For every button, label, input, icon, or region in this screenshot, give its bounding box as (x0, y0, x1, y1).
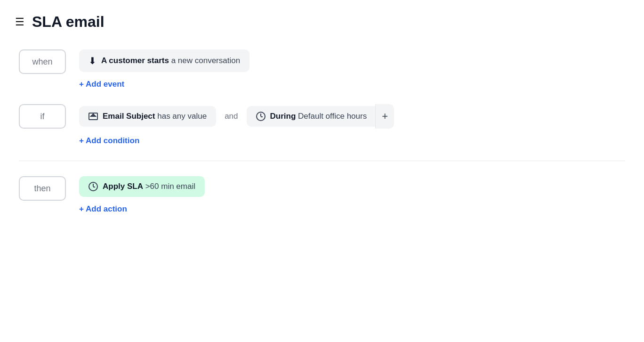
then-rule-pair: then Apply SLA >60 min email + Add actio… (19, 176, 625, 214)
then-section: then Apply SLA >60 min email + Add actio… (19, 176, 625, 214)
menu-icon[interactable]: ☰ (15, 17, 24, 27)
when-section: when ⬇ A customer starts a new conversat… (19, 49, 625, 89)
when-label: when (19, 49, 66, 74)
then-condition-row: Apply SLA >60 min email (79, 176, 625, 197)
condition-2-chip[interactable]: During Default office hours (247, 106, 377, 127)
event-chip[interactable]: ⬇ A customer starts a new conversation (79, 49, 250, 72)
content: when ⬇ A customer starts a new conversat… (0, 40, 644, 236)
condition-2-bold: During (270, 112, 296, 121)
condition-2-text: During Default office hours (270, 112, 367, 121)
add-action-link[interactable]: + Add action (79, 204, 625, 214)
add-event-link[interactable]: + Add event (79, 80, 625, 89)
when-condition-row: ⬇ A customer starts a new conversation (79, 49, 625, 72)
action-chip-bold: Apply SLA (103, 182, 143, 191)
page-title: SLA email (32, 13, 105, 31)
clock-icon-action (89, 182, 98, 191)
then-label: then (19, 176, 66, 201)
if-rule-pair: if Email Subject has any value and (19, 104, 625, 146)
and-separator: and (216, 104, 246, 129)
section-divider (19, 161, 625, 161)
if-label: if (19, 104, 66, 129)
download-icon: ⬇ (89, 55, 97, 66)
clock-icon-condition (256, 112, 266, 121)
if-condition-row: Email Subject has any value and During D… (79, 104, 625, 129)
condition-2-normal: Default office hours (298, 112, 367, 121)
event-chip-normal: a new conversation (171, 56, 240, 65)
then-body: Apply SLA >60 min email + Add action (79, 176, 625, 214)
header: ☰ SLA email (0, 0, 644, 40)
action-chip-normal: >60 min email (145, 182, 195, 191)
event-chip-text: A customer starts a new conversation (101, 56, 240, 65)
envelope-icon (89, 113, 98, 120)
event-chip-bold: A customer starts (101, 56, 169, 65)
when-body: ⬇ A customer starts a new conversation +… (79, 49, 625, 89)
condition-1-text: Email Subject has any value (103, 112, 207, 121)
action-chip-text: Apply SLA >60 min email (103, 182, 195, 191)
add-condition-link[interactable]: + Add condition (79, 136, 625, 146)
if-body: Email Subject has any value and During D… (79, 104, 625, 146)
add-condition-plus-button[interactable]: + (375, 104, 394, 129)
if-section: if Email Subject has any value and (19, 104, 625, 146)
action-chip[interactable]: Apply SLA >60 min email (79, 176, 205, 197)
condition-1-normal: has any value (157, 112, 207, 121)
when-rule-pair: when ⬇ A customer starts a new conversat… (19, 49, 625, 89)
condition-1-chip[interactable]: Email Subject has any value (79, 106, 216, 127)
condition-1-bold: Email Subject (103, 112, 155, 121)
